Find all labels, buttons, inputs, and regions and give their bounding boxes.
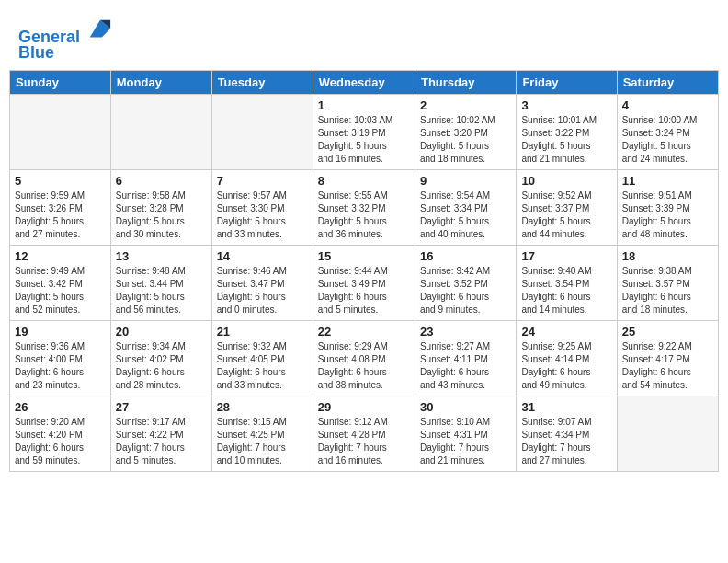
day-info: Sunrise: 9:32 AM Sunset: 4:05 PM Dayligh… (217, 340, 308, 392)
calendar-cell: 10Sunrise: 9:52 AM Sunset: 3:37 PM Dayli… (517, 169, 617, 245)
day-info: Sunrise: 9:27 AM Sunset: 4:11 PM Dayligh… (420, 340, 511, 392)
calendar-cell: 30Sunrise: 9:10 AM Sunset: 4:31 PM Dayli… (415, 396, 516, 471)
calendar-cell: 26Sunrise: 9:20 AM Sunset: 4:20 PM Dayli… (10, 396, 111, 471)
day-info: Sunrise: 9:12 AM Sunset: 4:28 PM Dayligh… (318, 416, 410, 467)
weekday-header-friday: Friday (517, 70, 617, 94)
day-info: Sunrise: 9:36 AM Sunset: 4:00 PM Dayligh… (15, 340, 106, 392)
calendar-cell: 8Sunrise: 9:55 AM Sunset: 3:32 PM Daylig… (313, 169, 415, 245)
calendar-cell: 6Sunrise: 9:58 AM Sunset: 3:28 PM Daylig… (110, 169, 211, 245)
day-number: 30 (420, 400, 511, 414)
calendar-cell: 1Sunrise: 10:03 AM Sunset: 3:19 PM Dayli… (313, 94, 415, 169)
calendar-cell: 12Sunrise: 9:49 AM Sunset: 3:42 PM Dayli… (10, 245, 111, 320)
calendar-cell: 4Sunrise: 10:00 AM Sunset: 3:24 PM Dayli… (617, 94, 718, 169)
day-number: 22 (318, 325, 410, 339)
day-info: Sunrise: 9:52 AM Sunset: 3:37 PM Dayligh… (521, 190, 611, 241)
calendar-cell: 3Sunrise: 10:01 AM Sunset: 3:22 PM Dayli… (517, 94, 617, 169)
weekday-header-thursday: Thursday (415, 70, 516, 94)
weekday-header-saturday: Saturday (617, 70, 718, 94)
calendar-cell: 21Sunrise: 9:32 AM Sunset: 4:05 PM Dayli… (211, 320, 313, 396)
day-number: 4 (622, 98, 713, 112)
day-number: 14 (217, 249, 308, 263)
calendar-week-1: 1Sunrise: 10:03 AM Sunset: 3:19 PM Dayli… (10, 94, 719, 169)
calendar-week-2: 5Sunrise: 9:59 AM Sunset: 3:26 PM Daylig… (10, 169, 719, 245)
calendar-cell: 16Sunrise: 9:42 AM Sunset: 3:52 PM Dayli… (415, 245, 516, 320)
day-info: Sunrise: 9:38 AM Sunset: 3:57 PM Dayligh… (622, 265, 713, 316)
calendar-cell: 11Sunrise: 9:51 AM Sunset: 3:39 PM Dayli… (617, 169, 718, 245)
day-number: 6 (116, 174, 207, 188)
day-number: 11 (622, 174, 713, 188)
day-info: Sunrise: 9:07 AM Sunset: 4:34 PM Dayligh… (521, 416, 611, 467)
day-number: 29 (318, 400, 410, 414)
day-info: Sunrise: 9:58 AM Sunset: 3:28 PM Dayligh… (116, 190, 207, 241)
calendar-cell (617, 396, 718, 471)
day-number: 12 (15, 249, 106, 263)
calendar-cell: 25Sunrise: 9:22 AM Sunset: 4:17 PM Dayli… (617, 320, 718, 396)
day-number: 2 (420, 98, 511, 112)
day-number: 24 (521, 325, 611, 339)
day-info: Sunrise: 10:01 AM Sunset: 3:22 PM Daylig… (521, 114, 611, 166)
day-number: 5 (15, 174, 106, 188)
calendar-cell (10, 94, 111, 169)
day-info: Sunrise: 9:17 AM Sunset: 4:22 PM Dayligh… (116, 416, 207, 467)
calendar-cell (110, 94, 211, 169)
calendar-header-row: SundayMondayTuesdayWednesdayThursdayFrid… (10, 70, 719, 94)
day-number: 3 (521, 98, 611, 112)
day-number: 1 (318, 98, 410, 112)
day-info: Sunrise: 9:44 AM Sunset: 3:49 PM Dayligh… (318, 265, 410, 316)
weekday-header-wednesday: Wednesday (313, 70, 415, 94)
calendar-cell: 18Sunrise: 9:38 AM Sunset: 3:57 PM Dayli… (617, 245, 718, 320)
calendar-cell: 5Sunrise: 9:59 AM Sunset: 3:26 PM Daylig… (10, 169, 111, 245)
day-info: Sunrise: 9:48 AM Sunset: 3:44 PM Dayligh… (116, 265, 207, 316)
day-info: Sunrise: 9:25 AM Sunset: 4:14 PM Dayligh… (521, 340, 611, 392)
day-number: 20 (116, 325, 207, 339)
day-number: 17 (521, 249, 611, 263)
day-number: 31 (521, 400, 611, 414)
calendar-cell: 23Sunrise: 9:27 AM Sunset: 4:11 PM Dayli… (415, 320, 516, 396)
day-number: 10 (521, 174, 611, 188)
day-number: 18 (622, 249, 713, 263)
calendar-cell: 14Sunrise: 9:46 AM Sunset: 3:47 PM Dayli… (211, 245, 313, 320)
logo: General Blue (18, 17, 112, 63)
day-info: Sunrise: 10:02 AM Sunset: 3:20 PM Daylig… (420, 114, 511, 166)
calendar-cell (211, 94, 313, 169)
day-number: 27 (116, 400, 207, 414)
day-info: Sunrise: 9:20 AM Sunset: 4:20 PM Dayligh… (15, 416, 106, 467)
calendar-cell: 29Sunrise: 9:12 AM Sunset: 4:28 PM Dayli… (313, 396, 415, 471)
page-header: General Blue (9, 9, 719, 66)
day-number: 15 (318, 249, 410, 263)
calendar-cell: 7Sunrise: 9:57 AM Sunset: 3:30 PM Daylig… (211, 169, 313, 245)
weekday-header-monday: Monday (110, 70, 211, 94)
day-info: Sunrise: 9:49 AM Sunset: 3:42 PM Dayligh… (15, 265, 106, 316)
day-info: Sunrise: 10:03 AM Sunset: 3:19 PM Daylig… (318, 114, 410, 166)
calendar-cell: 27Sunrise: 9:17 AM Sunset: 4:22 PM Dayli… (110, 396, 211, 471)
calendar-cell: 17Sunrise: 9:40 AM Sunset: 3:54 PM Dayli… (517, 245, 617, 320)
logo-icon (86, 17, 112, 42)
day-number: 23 (420, 325, 511, 339)
calendar-cell: 31Sunrise: 9:07 AM Sunset: 4:34 PM Dayli… (517, 396, 617, 471)
day-info: Sunrise: 9:40 AM Sunset: 3:54 PM Dayligh… (521, 265, 611, 316)
day-number: 8 (318, 174, 410, 188)
calendar-cell: 15Sunrise: 9:44 AM Sunset: 3:49 PM Dayli… (313, 245, 415, 320)
day-number: 28 (217, 400, 308, 414)
day-info: Sunrise: 9:42 AM Sunset: 3:52 PM Dayligh… (420, 265, 511, 316)
calendar-cell: 2Sunrise: 10:02 AM Sunset: 3:20 PM Dayli… (415, 94, 516, 169)
logo-text: General (18, 17, 112, 47)
day-info: Sunrise: 9:46 AM Sunset: 3:47 PM Dayligh… (217, 265, 308, 316)
day-number: 7 (217, 174, 308, 188)
day-info: Sunrise: 9:54 AM Sunset: 3:34 PM Dayligh… (420, 190, 511, 241)
calendar-cell: 20Sunrise: 9:34 AM Sunset: 4:02 PM Dayli… (110, 320, 211, 396)
calendar-week-4: 19Sunrise: 9:36 AM Sunset: 4:00 PM Dayli… (10, 320, 719, 396)
day-info: Sunrise: 9:10 AM Sunset: 4:31 PM Dayligh… (420, 416, 511, 467)
day-info: Sunrise: 9:51 AM Sunset: 3:39 PM Dayligh… (622, 190, 713, 241)
day-info: Sunrise: 9:15 AM Sunset: 4:25 PM Dayligh… (217, 416, 308, 467)
day-number: 13 (116, 249, 207, 263)
weekday-header-sunday: Sunday (10, 70, 111, 94)
day-number: 25 (622, 325, 713, 339)
calendar-cell: 13Sunrise: 9:48 AM Sunset: 3:44 PM Dayli… (110, 245, 211, 320)
calendar-cell: 24Sunrise: 9:25 AM Sunset: 4:14 PM Dayli… (517, 320, 617, 396)
calendar-week-3: 12Sunrise: 9:49 AM Sunset: 3:42 PM Dayli… (10, 245, 719, 320)
calendar-cell: 19Sunrise: 9:36 AM Sunset: 4:00 PM Dayli… (10, 320, 111, 396)
day-number: 9 (420, 174, 511, 188)
day-info: Sunrise: 9:55 AM Sunset: 3:32 PM Dayligh… (318, 190, 410, 241)
calendar-cell: 9Sunrise: 9:54 AM Sunset: 3:34 PM Daylig… (415, 169, 516, 245)
